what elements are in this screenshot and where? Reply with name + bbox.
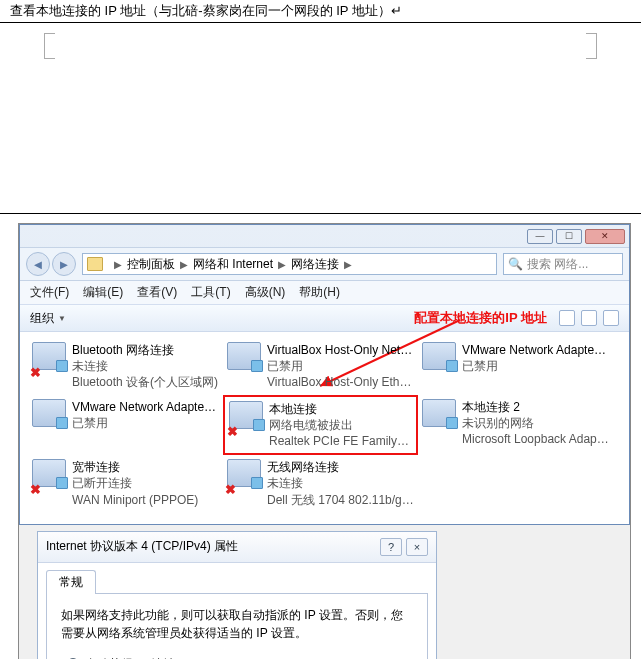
- network-adapter-icon: [422, 399, 456, 433]
- breadcrumb-item[interactable]: 网络连接: [291, 256, 339, 273]
- maximize-button[interactable]: ☐: [556, 229, 582, 244]
- connection-status: 未识别的网络: [462, 415, 609, 431]
- connection-title: 宽带连接: [72, 459, 198, 475]
- connection-item[interactable]: VirtualBox Host-Only Network已禁用VirtualBo…: [223, 338, 418, 395]
- search-input[interactable]: 🔍 搜索 网络...: [503, 253, 623, 275]
- connection-text: 无线网络连接未连接Dell 无线 1704 802.11b/g/n (2...: [267, 459, 414, 508]
- toolbar: 组织 ▼ 配置本地连接的IP 地址: [20, 305, 629, 332]
- folder-icon: [87, 257, 103, 271]
- minimize-button[interactable]: —: [527, 229, 553, 244]
- tab-panel: 如果网络支持此功能，则可以获取自动指派的 IP 设置。否则，您需要从网络系统管理…: [46, 593, 428, 659]
- menu-help[interactable]: 帮助(H): [299, 284, 340, 301]
- connection-status: 已禁用: [72, 415, 219, 431]
- chevron-right-icon: ▶: [180, 259, 188, 270]
- connection-text: 本地连接网络电缆被拔出Realtek PCIe FE Family Contro…: [269, 401, 412, 450]
- connection-text: 本地连接 2未识别的网络Microsoft Loopback Adapter: [462, 399, 609, 448]
- menu-tools[interactable]: 工具(T): [191, 284, 230, 301]
- chevron-right-icon: ▶: [344, 259, 352, 270]
- connection-title: 无线网络连接: [267, 459, 414, 475]
- network-adapter-icon: [422, 342, 456, 376]
- breadcrumb-bar[interactable]: ▶ 控制面板 ▶ 网络和 Internet ▶ 网络连接 ▶: [82, 253, 497, 275]
- chevron-right-icon: ▶: [114, 259, 122, 270]
- connection-text: VirtualBox Host-Only Network已禁用VirtualBo…: [267, 342, 414, 391]
- error-x-icon: ✖: [30, 365, 41, 380]
- network-adapter-icon: ✖: [32, 342, 66, 376]
- connection-status: 已断开连接: [72, 475, 198, 491]
- view-icon-button[interactable]: [581, 310, 597, 326]
- connection-detail: WAN Miniport (PPPOE): [72, 492, 198, 508]
- menu-advanced[interactable]: 高级(N): [245, 284, 286, 301]
- breadcrumb-item[interactable]: 控制面板: [127, 256, 175, 273]
- nav-forward-button[interactable]: ►: [52, 252, 76, 276]
- connection-item[interactable]: ✖宽带连接已断开连接WAN Miniport (PPPOE): [28, 455, 223, 512]
- close-button[interactable]: ×: [406, 538, 428, 556]
- connection-title: 本地连接 2: [462, 399, 609, 415]
- connection-status: 已禁用: [267, 358, 414, 374]
- screenshot-container: — ☐ ✕ ◄ ► ▶ 控制面板 ▶ 网络和 Internet ▶ 网络连接 ▶: [18, 223, 631, 659]
- nav-back-button[interactable]: ◄: [26, 252, 50, 276]
- connection-text: VMware Network Adapter VMnet1已禁用: [462, 342, 609, 374]
- network-adapter-icon: ✖: [229, 401, 263, 435]
- connection-detail: Realtek PCIe FE Family Control...: [269, 433, 412, 449]
- view-mode-buttons: [559, 310, 619, 326]
- connection-status: 已禁用: [462, 358, 609, 374]
- organize-label: 组织: [30, 310, 54, 327]
- connection-status: 未连接: [267, 475, 414, 491]
- tab-general[interactable]: 常规: [46, 570, 96, 594]
- chevron-down-icon: ▼: [58, 314, 66, 323]
- help-icon[interactable]: [603, 310, 619, 326]
- network-adapter-icon: ✖: [32, 459, 66, 493]
- view-icon-button[interactable]: [559, 310, 575, 326]
- search-placeholder: 搜索 网络...: [527, 256, 588, 273]
- connection-status: 网络电缆被拔出: [269, 417, 412, 433]
- dialog-titlebar: Internet 协议版本 4 (TCP/IPv4) 属性 ? ×: [38, 532, 436, 563]
- window-titlebar: — ☐ ✕: [20, 225, 629, 247]
- doc-blank-area: [0, 23, 641, 213]
- chevron-right-icon: ▶: [278, 259, 286, 270]
- menu-file[interactable]: 文件(F): [30, 284, 69, 301]
- connection-item[interactable]: VMware Network Adapter VMnet1已禁用: [418, 338, 613, 395]
- address-row: ◄ ► ▶ 控制面板 ▶ 网络和 Internet ▶ 网络连接 ▶ 🔍 搜索 …: [20, 247, 629, 281]
- connection-title: 本地连接: [269, 401, 412, 417]
- connection-item[interactable]: ✖Bluetooth 网络连接未连接Bluetooth 设备(个人区域网): [28, 338, 223, 395]
- connection-title: VirtualBox Host-Only Network: [267, 342, 414, 358]
- annotation-text: 配置本地连接的IP 地址: [414, 309, 547, 327]
- tab-strip: 常规: [38, 563, 436, 593]
- network-adapter-icon: [227, 342, 261, 376]
- connection-text: VMware Network Adapter VMnet8已禁用: [72, 399, 219, 431]
- organize-button[interactable]: 组织 ▼: [30, 310, 66, 327]
- help-button[interactable]: ?: [380, 538, 402, 556]
- doc-separator: [0, 213, 641, 223]
- connections-area: ✖Bluetooth 网络连接未连接Bluetooth 设备(个人区域网)Vir…: [20, 332, 629, 524]
- close-button[interactable]: ✕: [585, 229, 625, 244]
- connection-item[interactable]: ✖无线网络连接未连接Dell 无线 1704 802.11b/g/n (2...: [223, 455, 418, 512]
- menu-bar: 文件(F) 编辑(E) 查看(V) 工具(T) 高级(N) 帮助(H): [20, 281, 629, 305]
- connection-status: 未连接: [72, 358, 218, 374]
- connection-detail: VirtualBox Host-Only Ethernet ...: [267, 374, 414, 390]
- explorer-window: — ☐ ✕ ◄ ► ▶ 控制面板 ▶ 网络和 Internet ▶ 网络连接 ▶: [19, 224, 630, 525]
- error-x-icon: ✖: [227, 424, 238, 439]
- connection-title: VMware Network Adapter VMnet8: [72, 399, 219, 415]
- connection-title: Bluetooth 网络连接: [72, 342, 218, 358]
- dialog-title: Internet 协议版本 4 (TCP/IPv4) 属性: [46, 538, 376, 555]
- search-icon: 🔍: [508, 257, 523, 271]
- network-adapter-icon: [32, 399, 66, 433]
- connection-title: VMware Network Adapter VMnet1: [462, 342, 609, 358]
- doc-header: 查看本地连接的 IP 地址（与北碚-蔡家岗在同一个网段的 IP 地址）↵: [0, 0, 641, 23]
- menu-view[interactable]: 查看(V): [137, 284, 177, 301]
- ipv4-properties-dialog: Internet 协议版本 4 (TCP/IPv4) 属性 ? × 常规 如果网…: [37, 531, 437, 659]
- network-adapter-icon: ✖: [227, 459, 261, 493]
- connection-item[interactable]: VMware Network Adapter VMnet8已禁用: [28, 395, 223, 456]
- connection-detail: Bluetooth 设备(个人区域网): [72, 374, 218, 390]
- error-x-icon: ✖: [225, 482, 236, 497]
- error-x-icon: ✖: [30, 482, 41, 497]
- connection-item[interactable]: ✖本地连接网络电缆被拔出Realtek PCIe FE Family Contr…: [223, 395, 418, 456]
- menu-edit[interactable]: 编辑(E): [83, 284, 123, 301]
- connection-detail: Dell 无线 1704 802.11b/g/n (2...: [267, 492, 414, 508]
- connection-text: 宽带连接已断开连接WAN Miniport (PPPOE): [72, 459, 198, 508]
- connection-item[interactable]: 本地连接 2未识别的网络Microsoft Loopback Adapter: [418, 395, 613, 456]
- breadcrumb-item[interactable]: 网络和 Internet: [193, 256, 273, 273]
- connection-detail: Microsoft Loopback Adapter: [462, 431, 609, 447]
- dialog-description: 如果网络支持此功能，则可以获取自动指派的 IP 设置。否则，您需要从网络系统管理…: [61, 606, 413, 642]
- connection-text: Bluetooth 网络连接未连接Bluetooth 设备(个人区域网): [72, 342, 218, 391]
